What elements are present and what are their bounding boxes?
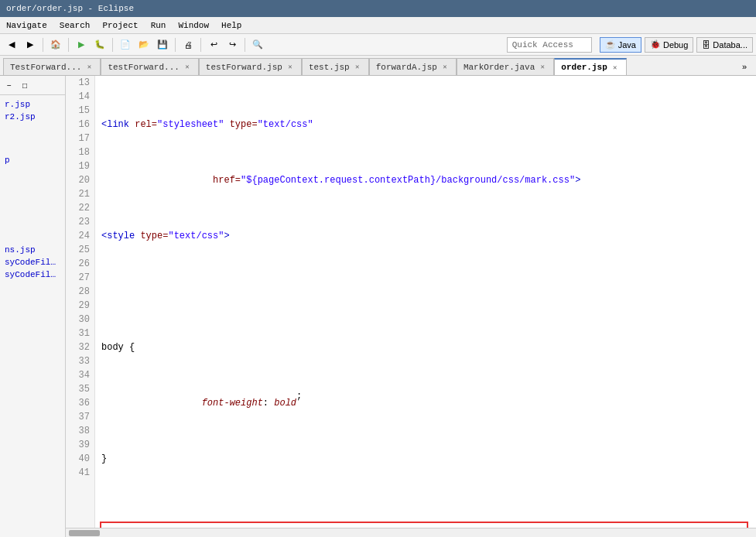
debug-perspective-button[interactable]: 🐞 Debug [645, 37, 693, 53]
editor-area: 13 14 15 16 17 18 19 20 21 22 23 24 25 2… [66, 76, 756, 537]
home-button[interactable]: 🏠 [47, 36, 64, 53]
code-line-15: <style type="text/css"> [101, 229, 750, 243]
tab-overflow-button[interactable]: » [736, 58, 753, 75]
sidebar-toolbar: − □ [0, 76, 65, 95]
sidebar-file-ns[interactable]: ns.jsp [2, 244, 63, 256]
code-line-13: <link rel="stylesheet" type="text/css" [101, 118, 750, 132]
menu-search[interactable]: Search [56, 19, 94, 32]
tab-close-testforward2[interactable]: ✕ [183, 63, 192, 72]
toolbar-separator [43, 38, 43, 52]
toolbar: ◀ ▶ 🏠 ▶ 🐛 📄 📂 💾 🖨 ↩ ↪ 🔍 Quick Access ☕ J… [0, 34, 756, 56]
sidebar-collapse-button[interactable]: − [2, 78, 16, 92]
quick-access-label: Quick Access [512, 40, 573, 50]
sidebar-file-list: r.jsp r2.jsp p ns.jsp syCodeFilter. syCo… [0, 95, 65, 537]
undo-button[interactable]: ↩ [205, 36, 222, 53]
toolbar-separator-6 [245, 38, 245, 52]
tab-test-jsp[interactable]: test.jsp ✕ [302, 58, 369, 75]
tab-testforward-jsp[interactable]: testForward.jsp ✕ [199, 58, 302, 75]
java-perspective-button[interactable]: ☕ Java [600, 37, 641, 53]
tab-forwarda-jsp[interactable]: forwardA.jsp ✕ [369, 58, 457, 75]
sidebar: − □ r.jsp r2.jsp p ns.jsp syCodeFilter. … [0, 76, 66, 537]
code-line-18: font-weight: bold; [101, 396, 750, 410]
tab-close-test-jsp[interactable]: ✕ [353, 63, 362, 72]
redo-button[interactable]: ↪ [224, 36, 241, 53]
toolbar-separator-4 [175, 38, 176, 52]
sidebar-file-p[interactable]: p [2, 154, 63, 166]
code-line-17: body { [101, 340, 750, 354]
tab-bar: TestForward... ✕ testForward... ✕ testFo… [0, 56, 756, 76]
line-numbers: 13 14 15 16 17 18 19 20 21 22 23 24 25 2… [66, 76, 95, 528]
code-line-14: href="${pageContext.request.contextPath}… [101, 173, 750, 187]
menu-window[interactable]: Window [175, 19, 212, 32]
sidebar-file-syscodefilteri[interactable]: syCodeFilterI [2, 268, 63, 281]
database-perspective-button[interactable]: 🗄 Databa... [696, 37, 753, 53]
title-bar: order/order.jsp - Eclipse [0, 0, 756, 17]
tab-testforward2[interactable]: testForward... ✕ [101, 58, 198, 75]
forward-button[interactable]: ▶ [22, 36, 39, 53]
quick-access-box[interactable]: Quick Access [507, 37, 592, 53]
tab-close-order-jsp[interactable]: ✕ [611, 63, 620, 72]
sidebar-expand-button[interactable]: □ [18, 78, 32, 92]
toolbar-separator-2 [68, 38, 69, 52]
debug-button[interactable]: 🐛 [91, 36, 108, 53]
tab-markorder-java[interactable]: MarkOrder.java ✕ [457, 58, 554, 75]
code-content[interactable]: <link rel="stylesheet" type="text/css" h… [95, 76, 756, 528]
menu-bar: Navigate Search Project Run Window Help [0, 17, 756, 34]
sidebar-file-r2[interactable]: r2.jsp [2, 111, 63, 123]
menu-help[interactable]: Help [218, 19, 245, 32]
toolbar-separator-5 [200, 38, 201, 52]
run-button[interactable]: ▶ [73, 36, 90, 53]
search-button[interactable]: 🔍 [249, 36, 266, 53]
horizontal-scrollbar[interactable] [66, 528, 756, 537]
sidebar-file-syscodefilter[interactable]: syCodeFilter. [2, 256, 63, 268]
back-button[interactable]: ◀ [3, 36, 20, 53]
tab-close-testforward1[interactable]: ✕ [84, 63, 94, 72]
tab-close-markorder-java[interactable]: ✕ [538, 63, 547, 72]
menu-navigate[interactable]: Navigate [3, 19, 50, 32]
code-line-16 [101, 285, 750, 299]
toolbar-separator-3 [112, 38, 113, 52]
print-button[interactable]: 🖨 [180, 36, 197, 53]
sidebar-file-r[interactable]: r.jsp [2, 98, 63, 111]
new-button[interactable]: 📄 [117, 36, 134, 53]
code-area: 13 14 15 16 17 18 19 20 21 22 23 24 25 2… [66, 76, 756, 528]
menu-project[interactable]: Project [99, 19, 141, 32]
menu-run[interactable]: Run [148, 19, 169, 32]
tab-close-forwarda-jsp[interactable]: ✕ [440, 63, 450, 72]
title-text: order/order.jsp - Eclipse [6, 4, 134, 13]
editor-content[interactable]: 13 14 15 16 17 18 19 20 21 22 23 24 25 2… [66, 76, 756, 528]
open-button[interactable]: 📂 [135, 36, 152, 53]
tab-order-jsp[interactable]: order.jsp ✕ [554, 58, 626, 75]
tab-testforward1[interactable]: TestForward... ✕ [3, 58, 101, 75]
main-layout: − □ r.jsp r2.jsp p ns.jsp syCodeFilter. … [0, 76, 756, 537]
perspective-buttons: ☕ Java 🐞 Debug 🗄 Databa... [600, 37, 753, 53]
code-line-19: } [101, 452, 750, 466]
tab-close-testforward-jsp[interactable]: ✕ [286, 63, 295, 72]
save-button[interactable]: 💾 [154, 36, 171, 53]
